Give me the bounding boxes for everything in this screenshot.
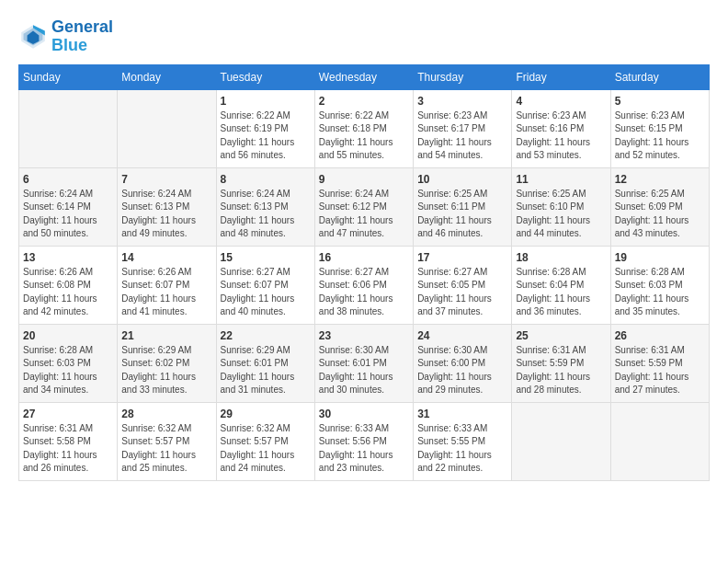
day-number: 25 [516, 329, 606, 342]
day-number: 11 [516, 173, 606, 186]
day-number: 9 [319, 173, 409, 186]
calendar-cell: 4Sunrise: 6:23 AMSunset: 6:16 PMDaylight… [512, 89, 610, 167]
day-info: Sunrise: 6:31 AMSunset: 5:59 PMDaylight:… [516, 344, 606, 397]
week-row-1: 1Sunrise: 6:22 AMSunset: 6:19 PMDaylight… [19, 89, 710, 167]
logo-icon [18, 22, 48, 52]
day-info: Sunrise: 6:25 AMSunset: 6:10 PMDaylight:… [516, 188, 606, 241]
calendar-cell: 28Sunrise: 6:32 AMSunset: 5:57 PMDayligh… [118, 402, 216, 480]
day-info: Sunrise: 6:23 AMSunset: 6:17 PMDaylight:… [417, 109, 507, 163]
day-info: Sunrise: 6:31 AMSunset: 5:58 PMDaylight:… [23, 422, 113, 476]
day-info: Sunrise: 6:23 AMSunset: 6:15 PMDaylight:… [615, 109, 705, 163]
week-row-2: 6Sunrise: 6:24 AMSunset: 6:14 PMDaylight… [19, 167, 710, 246]
calendar-cell: 10Sunrise: 6:25 AMSunset: 6:11 PMDayligh… [414, 167, 512, 246]
calendar-cell: 9Sunrise: 6:24 AMSunset: 6:12 PMDaylight… [314, 167, 413, 246]
day-info: Sunrise: 6:32 AMSunset: 5:57 PMDaylight:… [121, 422, 211, 476]
day-info: Sunrise: 6:29 AMSunset: 6:01 PMDaylight:… [221, 344, 311, 397]
day-info: Sunrise: 6:24 AMSunset: 6:12 PMDaylight:… [319, 188, 409, 241]
calendar-cell: 18Sunrise: 6:28 AMSunset: 6:04 PMDayligh… [512, 246, 610, 324]
calendar-cell: 8Sunrise: 6:24 AMSunset: 6:13 PMDaylight… [216, 167, 314, 246]
calendar-cell: 31Sunrise: 6:33 AMSunset: 5:55 PMDayligh… [414, 402, 512, 480]
day-number: 3 [417, 95, 507, 108]
calendar-table: SundayMondayTuesdayWednesdayThursdayFrid… [18, 64, 710, 481]
day-number: 4 [516, 95, 606, 108]
calendar-cell: 25Sunrise: 6:31 AMSunset: 5:59 PMDayligh… [512, 324, 610, 402]
logo: General Blue [18, 18, 113, 55]
day-info: Sunrise: 6:24 AMSunset: 6:13 PMDaylight:… [121, 188, 211, 241]
calendar-cell: 15Sunrise: 6:27 AMSunset: 6:07 PMDayligh… [216, 246, 314, 324]
day-info: Sunrise: 6:27 AMSunset: 6:05 PMDaylight:… [417, 266, 507, 319]
week-row-4: 20Sunrise: 6:28 AMSunset: 6:03 PMDayligh… [19, 324, 710, 402]
calendar-cell: 22Sunrise: 6:29 AMSunset: 6:01 PMDayligh… [216, 324, 314, 402]
day-info: Sunrise: 6:24 AMSunset: 6:14 PMDaylight:… [23, 188, 113, 241]
weekday-header-wednesday: Wednesday [314, 64, 413, 89]
calendar-cell: 11Sunrise: 6:25 AMSunset: 6:10 PMDayligh… [512, 167, 610, 246]
day-number: 15 [221, 251, 311, 264]
day-number: 13 [23, 251, 113, 264]
week-row-3: 13Sunrise: 6:26 AMSunset: 6:08 PMDayligh… [19, 246, 710, 324]
day-info: Sunrise: 6:27 AMSunset: 6:06 PMDaylight:… [319, 266, 409, 319]
day-number: 10 [417, 173, 507, 186]
day-number: 26 [615, 329, 705, 342]
day-info: Sunrise: 6:33 AMSunset: 5:56 PMDaylight:… [319, 422, 409, 476]
day-number: 14 [121, 251, 211, 264]
calendar-cell: 17Sunrise: 6:27 AMSunset: 6:05 PMDayligh… [414, 246, 512, 324]
day-number: 8 [221, 173, 311, 186]
calendar-cell: 5Sunrise: 6:23 AMSunset: 6:15 PMDaylight… [610, 89, 709, 167]
calendar-cell: 27Sunrise: 6:31 AMSunset: 5:58 PMDayligh… [19, 402, 118, 480]
day-number: 5 [615, 95, 705, 108]
day-number: 20 [23, 329, 113, 342]
calendar-cell: 1Sunrise: 6:22 AMSunset: 6:19 PMDaylight… [216, 89, 314, 167]
weekday-header-row: SundayMondayTuesdayWednesdayThursdayFrid… [19, 64, 710, 89]
calendar-cell: 3Sunrise: 6:23 AMSunset: 6:17 PMDaylight… [414, 89, 512, 167]
day-number: 12 [615, 173, 705, 186]
calendar-cell: 20Sunrise: 6:28 AMSunset: 6:03 PMDayligh… [19, 324, 118, 402]
day-info: Sunrise: 6:27 AMSunset: 6:07 PMDaylight:… [221, 266, 311, 319]
weekday-header-sunday: Sunday [19, 64, 118, 89]
week-row-5: 27Sunrise: 6:31 AMSunset: 5:58 PMDayligh… [19, 402, 710, 480]
day-info: Sunrise: 6:28 AMSunset: 6:04 PMDaylight:… [516, 266, 606, 319]
day-info: Sunrise: 6:31 AMSunset: 5:59 PMDaylight:… [615, 344, 705, 397]
calendar-cell: 12Sunrise: 6:25 AMSunset: 6:09 PMDayligh… [610, 167, 709, 246]
weekday-header-thursday: Thursday [414, 64, 512, 89]
day-number: 31 [417, 408, 507, 420]
calendar-cell [512, 402, 610, 480]
day-number: 23 [319, 329, 409, 342]
calendar-cell [610, 402, 709, 480]
day-info: Sunrise: 6:29 AMSunset: 6:02 PMDaylight:… [121, 344, 211, 397]
day-number: 6 [23, 173, 113, 186]
day-info: Sunrise: 6:30 AMSunset: 6:01 PMDaylight:… [319, 344, 409, 397]
day-number: 18 [516, 251, 606, 264]
day-number: 30 [319, 408, 409, 420]
day-number: 24 [417, 329, 507, 342]
calendar-cell: 2Sunrise: 6:22 AMSunset: 6:18 PMDaylight… [314, 89, 413, 167]
day-number: 21 [121, 329, 211, 342]
calendar-cell: 6Sunrise: 6:24 AMSunset: 6:14 PMDaylight… [19, 167, 118, 246]
calendar-cell: 21Sunrise: 6:29 AMSunset: 6:02 PMDayligh… [118, 324, 216, 402]
day-info: Sunrise: 6:26 AMSunset: 6:07 PMDaylight:… [121, 266, 211, 319]
calendar-cell [118, 89, 216, 167]
calendar-cell [19, 89, 118, 167]
calendar-cell: 23Sunrise: 6:30 AMSunset: 6:01 PMDayligh… [314, 324, 413, 402]
weekday-header-saturday: Saturday [610, 64, 709, 89]
day-number: 19 [615, 251, 705, 264]
day-number: 27 [23, 408, 113, 420]
calendar-cell: 16Sunrise: 6:27 AMSunset: 6:06 PMDayligh… [314, 246, 413, 324]
day-info: Sunrise: 6:23 AMSunset: 6:16 PMDaylight:… [516, 109, 606, 163]
day-info: Sunrise: 6:33 AMSunset: 5:55 PMDaylight:… [417, 422, 507, 476]
day-number: 29 [221, 408, 311, 420]
day-number: 17 [417, 251, 507, 264]
day-info: Sunrise: 6:22 AMSunset: 6:19 PMDaylight:… [221, 109, 311, 163]
weekday-header-monday: Monday [118, 64, 216, 89]
calendar-cell: 24Sunrise: 6:30 AMSunset: 6:00 PMDayligh… [414, 324, 512, 402]
day-info: Sunrise: 6:24 AMSunset: 6:13 PMDaylight:… [221, 188, 311, 241]
day-info: Sunrise: 6:28 AMSunset: 6:03 PMDaylight:… [23, 344, 113, 397]
weekday-header-friday: Friday [512, 64, 610, 89]
day-info: Sunrise: 6:28 AMSunset: 6:03 PMDaylight:… [615, 266, 705, 319]
day-number: 1 [221, 95, 311, 108]
day-info: Sunrise: 6:26 AMSunset: 6:08 PMDaylight:… [23, 266, 113, 319]
calendar-cell: 26Sunrise: 6:31 AMSunset: 5:59 PMDayligh… [610, 324, 709, 402]
day-info: Sunrise: 6:25 AMSunset: 6:11 PMDaylight:… [417, 188, 507, 241]
day-number: 7 [121, 173, 211, 186]
calendar-cell: 30Sunrise: 6:33 AMSunset: 5:56 PMDayligh… [314, 402, 413, 480]
calendar-cell: 13Sunrise: 6:26 AMSunset: 6:08 PMDayligh… [19, 246, 118, 324]
